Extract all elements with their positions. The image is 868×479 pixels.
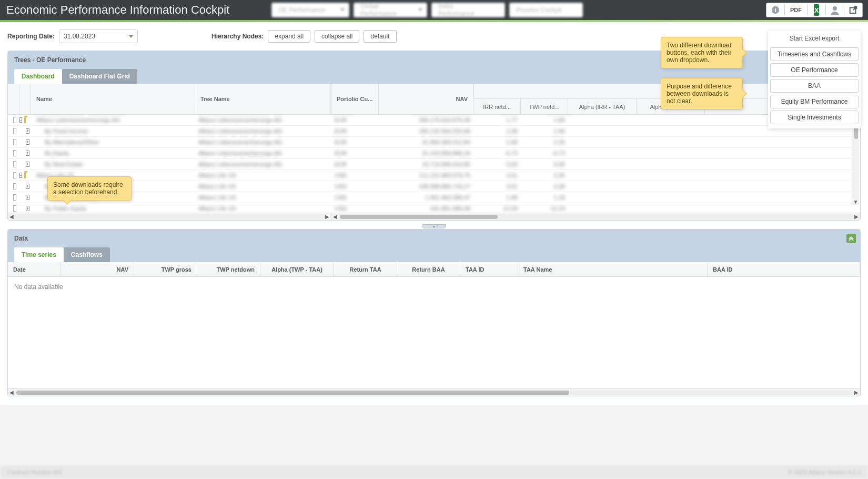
expand-icon[interactable]: + (26, 195, 29, 200)
expand-all-button[interactable]: expand all (268, 30, 310, 43)
col-name[interactable]: Name (31, 84, 195, 114)
expand-icon[interactable]: + (26, 206, 29, 211)
cell-currency: EUR (331, 139, 379, 145)
expand-icon[interactable]: + (26, 139, 29, 145)
default-button[interactable]: default (364, 30, 396, 43)
col-twp-gross[interactable]: TWP gross (134, 262, 197, 276)
cell-tree-name: Allianz Lebensversicherungs-AG (195, 150, 331, 156)
cell-currency: USD (331, 172, 379, 178)
cell-tree-name: Allianz Lebensversicherungs-AG (195, 161, 331, 167)
table-row[interactable]: +By Alternatives/OtherAllianz Lebensvers… (8, 137, 860, 148)
tab-cashflows[interactable]: Cashflows (64, 247, 110, 262)
row-checkbox[interactable] (13, 161, 16, 167)
cell-name: Allianz Lebensversicherungs-AG (31, 117, 195, 123)
col-portfolio-currency[interactable]: Portolio Cu... (331, 84, 379, 114)
collapse-all-button[interactable]: collapse all (315, 30, 359, 43)
expand-icon[interactable]: - (19, 117, 22, 123)
col-nav[interactable]: NAV (379, 84, 473, 114)
col-return-baa[interactable]: Return BAA (397, 262, 460, 276)
export-item-single-investments[interactable]: Single Investments (770, 111, 859, 124)
col-tree-expand (19, 84, 31, 114)
table-row[interactable]: +By Public EquityAllianz Life USUSD241.8… (8, 203, 860, 213)
trees-grid-body[interactable]: -Allianz Lebensversicherungs-AGAllianz L… (8, 115, 860, 213)
header-toolbar: i PDF X (766, 3, 865, 17)
col-date[interactable]: Date (8, 262, 60, 276)
header-dropdown-1[interactable]: OE Performance (271, 3, 349, 17)
export-item-timeseries-cashflows[interactable]: Timeseries and Cashflows (770, 47, 859, 61)
cell-irr: -0,73 (473, 150, 521, 156)
expand-icon[interactable]: + (26, 128, 29, 134)
col-tree-name[interactable]: Tree Name (195, 84, 331, 114)
header-dropdown-3[interactable]: Index Performance (431, 3, 505, 17)
export-item-equity-bm[interactable]: Equity BM Performance (770, 95, 859, 108)
row-checkbox[interactable] (13, 205, 16, 212)
tab-dashboard-flat-grid[interactable]: Dashboard Flat Grid (62, 69, 137, 84)
col-return-taa[interactable]: Return TAA (334, 262, 397, 276)
col-checkbox (8, 84, 19, 114)
row-checkbox[interactable] (13, 194, 16, 201)
horizontal-scrollbar-left[interactable]: ◀▶ (8, 213, 331, 220)
data-panel-title: Data (14, 235, 854, 247)
cell-nav: 180.132.504.253,86 (379, 128, 473, 134)
table-row[interactable]: +By Alternatives/OtherAllianz Life USUSD… (8, 192, 860, 203)
cell-tree-name: Allianz Life US (195, 205, 331, 212)
col-taa-name[interactable]: TAA Name (518, 262, 708, 276)
collapse-panel-icon[interactable] (846, 234, 856, 243)
col-taa-id[interactable]: TAA ID (460, 262, 518, 276)
expand-icon[interactable]: + (26, 151, 29, 156)
row-checkbox[interactable] (13, 117, 16, 123)
expand-icon[interactable]: - (19, 173, 22, 178)
export-dropdown-menu: Start Excel export Timeseries and Cashfl… (768, 31, 861, 128)
row-checkbox[interactable] (13, 172, 16, 178)
table-row[interactable]: -Allianz Lebensversicherungs-AGAllianz L… (8, 115, 860, 126)
col-alpha-irr-taa[interactable]: Alpha (IRR - TAA) (568, 99, 637, 114)
row-checkbox[interactable] (13, 139, 16, 145)
header-dropdown-4[interactable]: Process Cockpit (509, 3, 583, 17)
col-twp-netdown[interactable]: TWP netdown (197, 262, 260, 276)
cell-twp: 0,90 (521, 161, 568, 167)
col-irr-netdown[interactable]: IRR netd... (473, 99, 521, 114)
cell-irr: 3,51 (473, 172, 521, 178)
cell-tree-name: Allianz Life US (195, 172, 331, 178)
cell-twp: 2,20 (521, 139, 568, 145)
table-row[interactable]: -Allianz Life USAllianz Life USUSD111.22… (8, 170, 860, 181)
user-icon[interactable] (826, 3, 844, 17)
popout-icon[interactable] (844, 3, 862, 17)
reporting-date-dropdown[interactable]: 31.08.2023 (59, 29, 138, 43)
export-item-baa[interactable]: BAA (770, 79, 859, 93)
export-start-label: Start Excel export (770, 33, 859, 45)
table-row[interactable]: +By EquityAllianz Lebensversicherungs-AG… (8, 148, 860, 159)
trees-panel: Trees - OE Performance Dashboard Dashboa… (7, 51, 861, 221)
panel-splitter[interactable]: ▾ (7, 224, 861, 229)
tab-dashboard[interactable]: Dashboard (14, 69, 62, 84)
table-row[interactable]: +By Fixed IncomeAllianz Lebensversicheru… (8, 126, 860, 137)
info-icon[interactable]: i (766, 3, 784, 17)
cell-nav: 1.951.403.389,47 (379, 194, 473, 201)
col-twp-netdown[interactable]: TWP netd... (521, 99, 568, 114)
cell-irr: 2,38 (473, 128, 521, 134)
row-checkbox[interactable] (13, 150, 16, 156)
cell-twp: -0,73 (521, 150, 568, 156)
expand-icon[interactable]: + (26, 162, 29, 167)
row-checkbox[interactable] (13, 128, 16, 134)
export-item-oe-performance[interactable]: OE Performance (770, 63, 859, 77)
col-alpha-twp-taa[interactable]: Alpha (TWP - TAA) (260, 262, 334, 276)
col-baa-id[interactable]: BAA ID (708, 262, 860, 276)
annotation-download-purpose: Purpose and difference between downloads… (661, 78, 743, 109)
data-grid-header: Date NAV TWP gross TWP netdown Alpha (TW… (8, 262, 860, 277)
footer: Contract Number 001 © 2023 Allianz Versi… (0, 465, 868, 479)
col-nav-2[interactable]: NAV (60, 262, 134, 276)
expand-icon[interactable]: + (26, 184, 29, 189)
table-row[interactable]: +By Fixed IncomeAllianz Life USUSD108.98… (8, 181, 860, 192)
horizontal-scrollbar-right[interactable]: ◀▶ (331, 213, 860, 220)
tab-time-series[interactable]: Time series (14, 247, 64, 262)
cell-currency: EUR (331, 128, 379, 134)
row-checkbox[interactable] (13, 183, 16, 189)
data-horizontal-scrollbar[interactable]: ◀▶ (8, 388, 860, 396)
table-row[interactable]: +By Real EstateAllianz Lebensversicherun… (8, 159, 860, 170)
pdf-button[interactable]: PDF (785, 3, 807, 17)
excel-export-button[interactable]: X (808, 3, 825, 17)
cell-nav: 111.222.983.979,75 (379, 172, 473, 178)
cell-irr: 0,03 (473, 161, 521, 167)
header-dropdown-2[interactable]: Global Performance (354, 3, 427, 17)
